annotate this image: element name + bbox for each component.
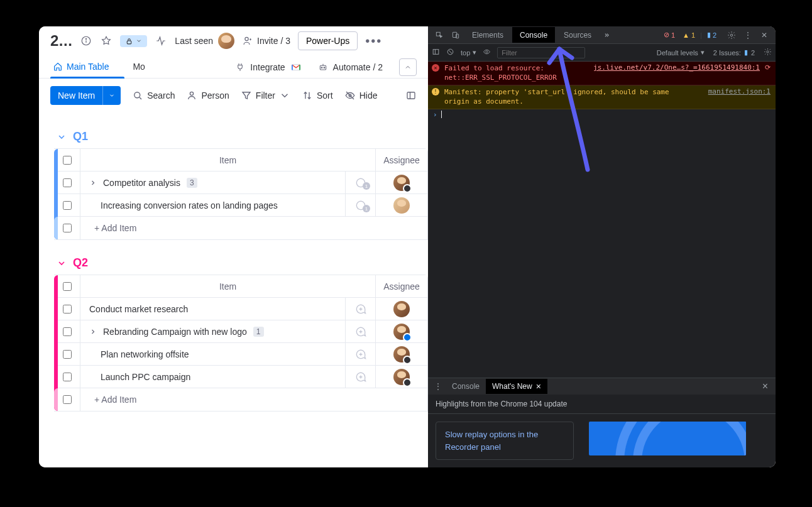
board-toolbar: New Item Search Person Filter Sort Hide: [39, 79, 428, 114]
last-seen[interactable]: Last seen: [175, 33, 234, 49]
close-devtools-icon[interactable]: ✕: [757, 28, 772, 43]
drawer-menu-icon[interactable]: ⋮: [431, 382, 446, 391]
table-row[interactable]: Launch PPC campaign: [54, 366, 427, 388]
item-name-cell[interactable]: Increasing conversion rates on landing p…: [80, 194, 346, 216]
item-name-cell[interactable]: Rebranding Campaign with new logo 1: [80, 320, 346, 342]
drawer-tab-whatsnew[interactable]: What's New×: [486, 379, 547, 394]
tab-sources[interactable]: Sources: [556, 27, 599, 43]
console-settings-icon[interactable]: [764, 48, 772, 57]
more-tabs-icon[interactable]: [600, 28, 615, 43]
column-header-item[interactable]: Item: [80, 149, 376, 171]
group-header[interactable]: Q1: [50, 130, 428, 143]
board-body[interactable]: Q1ItemAssignee Competitor analysis 3 1 I…: [39, 114, 428, 467]
log-source-link[interactable]: manifest.json:1: [708, 87, 771, 107]
assignee-cell[interactable]: [376, 194, 427, 216]
row-checkbox[interactable]: [54, 320, 80, 342]
clear-console-icon[interactable]: [446, 48, 454, 57]
assignee-cell[interactable]: [376, 343, 427, 365]
table-row[interactable]: Rebranding Campaign with new logo 1: [54, 320, 427, 343]
close-drawer-icon[interactable]: ×: [757, 381, 773, 392]
invite-button[interactable]: Invite / 3: [242, 35, 290, 46]
more-menu-icon[interactable]: •••: [365, 34, 382, 48]
add-item-row[interactable]: + Add Item: [54, 217, 427, 239]
hide-button[interactable]: Hide: [344, 90, 378, 101]
conversation-cell[interactable]: 1: [346, 172, 376, 194]
log-levels-selector[interactable]: Default levels ▾: [657, 48, 705, 57]
group-header[interactable]: Q2: [50, 256, 428, 270]
console-log-row[interactable]: !Manifest: property 'start_url' ignored,…: [428, 85, 776, 109]
column-header-assignee[interactable]: Assignee: [376, 155, 427, 165]
kebab-menu-icon[interactable]: ⋮: [740, 28, 755, 43]
tab-secondary[interactable]: Mo: [130, 57, 147, 78]
row-checkbox[interactable]: [54, 343, 80, 365]
info-icon[interactable]: [80, 35, 92, 47]
new-item-caret[interactable]: [102, 86, 121, 105]
board-title[interactable]: 2...: [50, 32, 72, 50]
live-expression-icon[interactable]: [483, 48, 491, 57]
settings-icon[interactable]: [724, 28, 739, 43]
search-button[interactable]: Search: [132, 90, 175, 101]
select-all-checkbox[interactable]: [54, 275, 80, 297]
tab-main-table[interactable]: Main Table: [50, 57, 111, 78]
activity-icon[interactable]: [155, 35, 167, 47]
issues-chip[interactable]: 2 Issues: ▮2: [713, 48, 755, 57]
whatsnew-tip-link[interactable]: Slow replay options in the Recorder pane…: [436, 422, 574, 460]
table-row[interactable]: Increasing conversion rates on landing p…: [54, 194, 427, 217]
collapse-header-button[interactable]: [399, 58, 417, 76]
add-item-row[interactable]: + Add Item: [54, 388, 427, 411]
conversation-cell[interactable]: [346, 343, 376, 365]
item-name-cell[interactable]: Plan networking offsite: [80, 343, 346, 365]
conversation-cell[interactable]: [346, 366, 376, 388]
column-header-item[interactable]: Item: [80, 275, 376, 297]
row-checkbox[interactable]: [54, 298, 80, 320]
context-selector[interactable]: top ▾: [461, 48, 476, 57]
select-all-checkbox[interactable]: [54, 149, 80, 171]
tab-console[interactable]: Console: [512, 27, 555, 43]
filter-button[interactable]: Filter: [241, 90, 290, 101]
assignee-cell[interactable]: [376, 298, 427, 320]
assignee-cell[interactable]: [376, 320, 427, 342]
drawer-tab-console[interactable]: Console: [446, 379, 486, 393]
item-name-cell[interactable]: Conduct market research: [80, 298, 346, 320]
privacy-chip[interactable]: [120, 35, 147, 47]
item-name-cell[interactable]: Launch PPC campaign: [80, 366, 346, 388]
error-warning-badges[interactable]: ⊘1 ▲1 | ▮2: [657, 30, 723, 40]
new-item-split-button[interactable]: New Item: [50, 86, 121, 105]
console-log[interactable]: ×Failed to load resource: net::ERR_SSL_P…: [428, 62, 776, 378]
row-checkbox[interactable]: [54, 217, 80, 239]
table-row[interactable]: Competitor analysis 3 1: [54, 172, 427, 194]
device-mode-icon[interactable]: [448, 28, 463, 43]
column-header-assignee[interactable]: Assignee: [376, 281, 427, 292]
item-name-cell[interactable]: Competitor analysis 3: [80, 172, 346, 194]
new-item-button[interactable]: New Item: [50, 86, 102, 105]
integrate-button[interactable]: Integrate: [235, 62, 301, 73]
board-view-toggle[interactable]: [405, 90, 417, 101]
close-tab-icon[interactable]: ×: [536, 381, 541, 391]
table-row[interactable]: Plan networking offsite: [54, 343, 427, 366]
reload-icon[interactable]: ⟳: [765, 63, 771, 83]
console-prompt[interactable]: ›: [428, 109, 776, 120]
row-checkbox[interactable]: [54, 194, 80, 216]
sort-button[interactable]: Sort: [302, 90, 333, 101]
filter-input[interactable]: [497, 47, 585, 58]
star-icon[interactable]: [100, 35, 112, 47]
tab-elements[interactable]: Elements: [464, 27, 511, 43]
assignee-cell[interactable]: [376, 366, 427, 388]
expand-subitems-icon[interactable]: [89, 328, 97, 335]
automate-button[interactable]: Automate / 2: [318, 62, 383, 72]
row-checkbox[interactable]: [54, 366, 80, 388]
assignee-cell[interactable]: [376, 172, 427, 194]
row-checkbox[interactable]: [54, 172, 80, 194]
console-sidebar-toggle-icon[interactable]: [432, 48, 440, 57]
row-checkbox[interactable]: [54, 388, 80, 411]
conversation-cell[interactable]: 1: [346, 194, 376, 216]
person-filter-button[interactable]: Person: [186, 90, 229, 101]
conversation-cell[interactable]: [346, 320, 376, 342]
expand-subitems-icon[interactable]: [89, 179, 97, 187]
inspect-element-icon[interactable]: [432, 28, 447, 43]
powerups-button[interactable]: Power-Ups: [298, 31, 358, 50]
table-row[interactable]: Conduct market research: [54, 298, 427, 320]
log-source-link[interactable]: js.live.net/v7.2/One…s?_=1661951491840:1: [593, 63, 760, 83]
conversation-cell[interactable]: [346, 298, 376, 320]
console-log-row[interactable]: ×Failed to load resource: net::ERR_SSL_P…: [428, 62, 776, 85]
